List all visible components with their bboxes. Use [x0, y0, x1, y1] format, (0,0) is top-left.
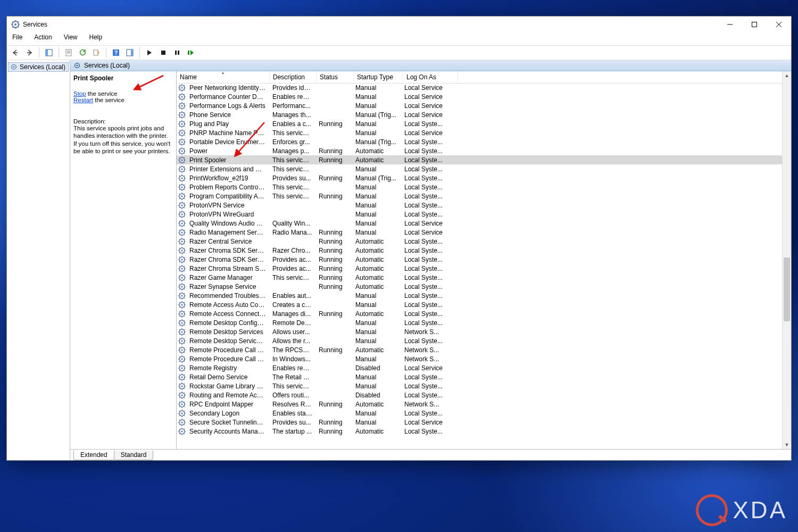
back-button[interactable] — [9, 46, 22, 59]
svg-point-21 — [181, 87, 182, 88]
service-row[interactable]: Remote Procedure Call (RP...In Windows..… — [177, 354, 783, 363]
service-row[interactable]: Remote Access Connection...Manages di...… — [177, 309, 783, 318]
forward-button[interactable] — [23, 46, 36, 59]
service-row[interactable]: Remote Desktop Services U...Allows the r… — [177, 336, 783, 345]
service-row[interactable]: Recommended Troublesho...Enables aut...M… — [177, 291, 783, 300]
cell-logon: Local Syste... — [401, 247, 455, 254]
cell-startup: Manual (Trig... — [352, 138, 401, 146]
col-startup[interactable]: Startup Type — [354, 71, 403, 83]
svg-point-51 — [181, 222, 182, 224]
service-row[interactable]: Remote Procedure Call (RPC)The RPCSS s..… — [177, 345, 783, 354]
service-gear-icon — [178, 138, 186, 146]
menu-file[interactable]: File — [10, 32, 24, 43]
show-hide-tree-button[interactable] — [43, 46, 55, 59]
svg-point-85 — [181, 376, 182, 378]
cell-startup: Manual — [352, 211, 401, 218]
service-row[interactable]: Peer Networking Identity M...Provides id… — [177, 83, 783, 92]
restart-service-button[interactable] — [185, 46, 197, 59]
service-gear-icon — [178, 147, 186, 155]
export-button[interactable] — [90, 46, 103, 59]
title-bar[interactable]: Services — [7, 16, 791, 32]
cell-startup: Manual — [352, 373, 401, 381]
start-service-button[interactable] — [143, 46, 156, 59]
service-row[interactable]: Problem Reports Control Pa...This servic… — [177, 182, 783, 192]
service-row[interactable]: Razer Chroma SDK ServiceProvides ac...Ru… — [177, 255, 783, 264]
service-row[interactable]: PowerManages p...RunningAutomaticLocal S… — [177, 146, 783, 155]
scroll-thumb[interactable] — [784, 257, 790, 321]
stop-service-link[interactable]: Stop — [73, 90, 86, 97]
tab-standard[interactable]: Standard — [114, 451, 154, 460]
service-row[interactable]: Remote RegistryEnables rem...DisabledLoc… — [177, 363, 783, 372]
service-row[interactable]: Portable Device Enumerator...Enforces gr… — [177, 137, 783, 146]
service-row[interactable]: Rockstar Game Library Servi...This servi… — [177, 381, 783, 390]
service-gear-icon — [178, 102, 186, 110]
cell-startup: Manual — [352, 410, 401, 417]
tab-extended[interactable]: Extended — [73, 450, 114, 460]
service-row[interactable]: Razer Chroma Stream ServerProvides ac...… — [177, 264, 783, 273]
show-hide-action-pane-button[interactable] — [123, 46, 136, 59]
stop-service-button[interactable] — [157, 46, 170, 59]
menu-help[interactable]: Help — [87, 32, 105, 43]
service-row[interactable]: Printer Extensions and Notif...This serv… — [177, 164, 783, 173]
service-gear-icon — [178, 210, 186, 219]
service-row[interactable]: Remote Desktop ServicesAllows user...Man… — [177, 327, 783, 336]
cell-logon: Local Service — [401, 220, 455, 227]
svg-rect-4 — [46, 49, 48, 56]
service-row[interactable]: ProtonVPN ServiceManualLocal Syste... — [177, 201, 783, 210]
cell-startup: Manual — [352, 202, 401, 209]
cell-description: Creates a co... — [269, 301, 315, 309]
cell-startup: Manual — [352, 129, 401, 137]
service-row[interactable]: Performance Logs & AlertsPerformanc...Ma… — [177, 101, 783, 110]
tree-services-local[interactable]: Services (Local) — [8, 62, 69, 72]
close-button[interactable] — [767, 16, 791, 32]
cell-description: This service ... — [269, 165, 315, 173]
service-row[interactable]: Razer Synapse ServiceRunningAutomaticLoc… — [177, 282, 783, 291]
service-row[interactable]: RPC Endpoint MapperResolves RP...Running… — [177, 400, 783, 409]
service-row[interactable]: Program Compatibility Assi...This servic… — [177, 192, 783, 201]
vertical-scrollbar[interactable]: ▲ ▼ — [782, 71, 791, 449]
service-row[interactable]: Routing and Remote AccessOffers routi...… — [177, 390, 783, 400]
cell-description: Enables aut... — [269, 292, 315, 300]
refresh-button[interactable] — [76, 46, 89, 59]
pause-service-button[interactable] — [171, 46, 184, 59]
scroll-down-button[interactable]: ▼ — [783, 440, 791, 449]
help-button[interactable]: ? — [110, 46, 122, 59]
maximize-button[interactable] — [742, 16, 767, 32]
cell-status: Running — [315, 238, 352, 245]
service-row[interactable]: PrintWorkflow_e2f19Provides su...Running… — [177, 173, 783, 182]
service-row[interactable]: Razer Chroma SDK ServerRazer Chro...Runn… — [177, 246, 783, 255]
properties-button[interactable] — [62, 46, 75, 59]
menu-view[interactable]: View — [62, 32, 80, 43]
service-row[interactable]: Secure Socket Tunneling Pr...Provides su… — [177, 418, 783, 427]
service-row[interactable]: Phone ServiceManages th...Manual (Trig..… — [177, 110, 783, 119]
svg-point-69 — [181, 304, 182, 305]
services-icon — [11, 20, 20, 29]
col-name[interactable]: ▴Name — [177, 71, 270, 83]
col-status[interactable]: Status — [317, 71, 354, 83]
minimize-button[interactable] — [718, 16, 742, 32]
col-description[interactable]: Description — [270, 71, 317, 83]
service-gear-icon — [178, 364, 186, 372]
service-row[interactable]: Razer Central ServiceRunningAutomaticLoc… — [177, 237, 783, 246]
service-row[interactable]: Remote Desktop Configurat...Remote Des..… — [177, 318, 783, 327]
service-row[interactable]: Secondary LogonEnables star...ManualLoca… — [177, 409, 783, 418]
service-gear-icon — [178, 201, 186, 210]
menu-action[interactable]: Action — [32, 32, 54, 43]
cell-logon: Local Syste... — [401, 373, 455, 381]
service-row[interactable]: Security Accounts ManagerThe startup ...… — [177, 427, 783, 436]
service-row[interactable]: Plug and PlayEnables a c...RunningManual… — [177, 119, 783, 128]
col-logon[interactable]: Log On As — [403, 71, 458, 83]
service-row[interactable]: Performance Counter DLL ...Enables rem..… — [177, 92, 783, 101]
service-row[interactable]: PNRP Machine Name Publi...This service .… — [177, 128, 783, 137]
cell-logon: Local Syste... — [401, 428, 455, 435]
restart-service-link[interactable]: Restart — [73, 97, 93, 103]
service-row[interactable]: Remote Access Auto Conne...Creates a co.… — [177, 300, 783, 309]
service-row[interactable]: Radio Management ServiceRadio Mana...Run… — [177, 228, 783, 237]
service-row[interactable]: Retail Demo ServiceThe Retail D...Manual… — [177, 372, 783, 381]
service-row[interactable]: ProtonVPN WireGuardManualLocal Syste... — [177, 210, 783, 219]
service-row[interactable]: Razer Game ManagerThis service ...Runnin… — [177, 273, 783, 282]
service-gear-icon — [178, 156, 186, 164]
service-row[interactable]: Print SpoolerThis service ...RunningAuto… — [177, 155, 783, 164]
scroll-up-button[interactable]: ▲ — [783, 71, 791, 80]
service-row[interactable]: Quality Windows Audio Vid...Quality Win.… — [177, 219, 783, 228]
